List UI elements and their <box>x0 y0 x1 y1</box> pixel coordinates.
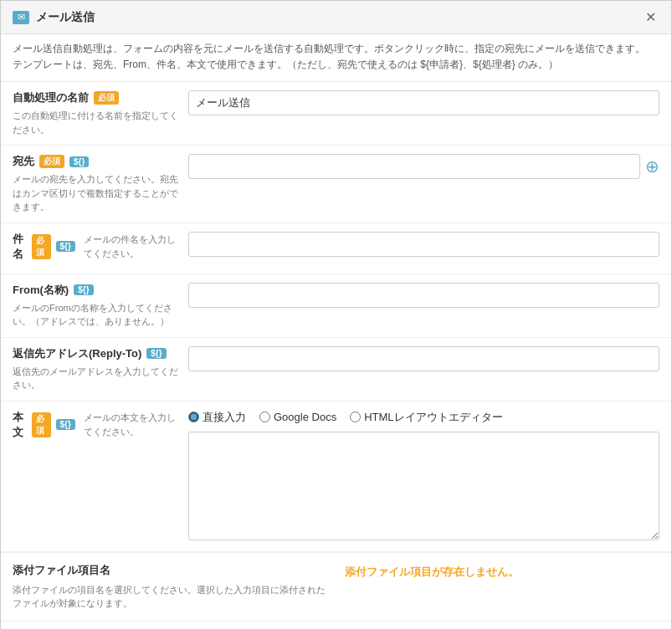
add-circle-icon: ⊕ <box>645 157 659 176</box>
from-desc: メールのFromの名称を入力してください。（アドレスでは、ありません。） <box>13 301 178 329</box>
subject-required-badge: 必須 <box>32 234 51 259</box>
auto-process-label-main: 自動処理の名前 必須 <box>13 90 178 105</box>
mail-icon: ✉ <box>13 11 29 24</box>
auto-process-row: 自動処理の名前 必須 この自動処理に付ける名前を指定してください。 <box>1 82 671 146</box>
radio-google-text: Google Docs <box>274 411 336 423</box>
attachment-section: 添付ファイル項目名 添付ファイルの項目名を選択してください。選択した入力項目に添… <box>13 563 328 611</box>
body-var-badge: ${} <box>56 419 75 430</box>
body-radio-group: 直接入力 Google Docs HTMLレイアウトエディター <box>188 410 659 425</box>
reply-to-input-col <box>188 346 659 371</box>
attachment-title: 添付ファイル項目名 <box>13 563 328 578</box>
reply-to-label-col: 返信先アドレス(Reply-To) ${} 返信先のメールアドレスを入力してくだ… <box>13 346 188 392</box>
body-input-col: 直接入力 Google Docs HTMLレイアウトエディター <box>188 410 659 543</box>
from-var-badge: ${} <box>74 284 93 295</box>
reply-to-row: 返信先アドレス(Reply-To) ${} 返信先のメールアドレスを入力してくだ… <box>1 338 671 401</box>
addressee-label-main: 宛先 必須 ${} <box>13 154 178 169</box>
body-label-col: 本文 必須 ${} メールの本文を入力してください。 <box>13 410 188 443</box>
action-buttons-row: キャンセル OK <box>1 621 671 629</box>
radio-google-input[interactable] <box>259 412 270 422</box>
addressee-required-badge: 必須 <box>39 155 64 168</box>
auto-process-required-badge: 必須 <box>94 91 119 105</box>
subject-label-text: 件名 <box>13 232 27 262</box>
auto-process-input-col <box>188 90 659 115</box>
addressee-input-col: ⊕ <box>188 154 659 179</box>
body-row: 本文 必須 ${} メールの本文を入力してください。 直接入力 Google D… <box>1 401 671 552</box>
subject-label-col: 件名 必須 ${} メールの件名を入力してください。 <box>13 232 188 265</box>
subject-input[interactable] <box>188 232 659 257</box>
body-textarea[interactable] <box>188 432 659 540</box>
radio-html-label[interactable]: HTMLレイアウトエディター <box>350 410 502 425</box>
auto-process-label-col: 自動処理の名前 必須 この自動処理に付ける名前を指定してください。 <box>13 90 188 136</box>
attachment-desc: 添付ファイルの項目名を選択してください。選択した入力項目に添付されたファイルが対… <box>13 583 328 611</box>
reply-to-input[interactable] <box>188 346 659 371</box>
radio-html-input[interactable] <box>350 412 361 422</box>
subject-label-main: 件名 必須 ${} メールの件名を入力してください。 <box>13 232 178 262</box>
from-row: From(名称) ${} メールのFromの名称を入力してください。（アドレスで… <box>1 274 671 338</box>
body-inline-desc: メールの本文を入力してください。 <box>84 411 178 438</box>
reply-to-var-badge: ${} <box>146 348 166 359</box>
subject-input-col <box>188 232 659 257</box>
modal-description: メール送信自動処理は、フォームの内容を元にメールを送信する自動処理です。ボタンク… <box>1 34 671 82</box>
close-button[interactable]: ✕ <box>642 9 659 25</box>
from-label-main: From(名称) ${} <box>13 283 178 298</box>
addressee-add-button[interactable]: ⊕ <box>645 158 659 175</box>
from-label-col: From(名称) ${} メールのFromの名称を入力してください。（アドレスで… <box>13 283 188 329</box>
addressee-input-wrapper: ⊕ <box>188 154 659 179</box>
attachment-empty-col: 添付ファイル項目が存在しません。 <box>328 563 660 580</box>
description-line1: メール送信自動処理は、フォームの内容を元にメールを送信する自動処理です。ボタンク… <box>13 41 659 57</box>
reply-to-desc: 返信先のメールアドレスを入力してください。 <box>13 365 178 392</box>
subject-inline-desc: メールの件名を入力してください。 <box>84 233 178 260</box>
reply-to-label-main: 返信先アドレス(Reply-To) ${} <box>13 346 178 361</box>
reply-to-label-text: 返信先アドレス(Reply-To) <box>13 346 141 361</box>
auto-process-desc: この自動処理に付ける名前を指定してください。 <box>13 109 178 136</box>
radio-html-text: HTMLレイアウトエディター <box>364 410 502 425</box>
radio-direct-text: 直接入力 <box>203 410 246 425</box>
body-required-badge: 必須 <box>32 412 51 437</box>
subject-var-badge: ${} <box>56 241 75 252</box>
addressee-input[interactable] <box>188 154 640 179</box>
modal-title: メール送信 <box>36 10 95 25</box>
modal-container: ✉ メール送信 ✕ メール送信自動処理は、フォームの内容を元にメールを送信する自… <box>0 0 672 629</box>
addressee-label-col: 宛先 必須 ${} メールの宛先を入力してください。宛先はカンマ区切りで複数指定… <box>13 154 188 214</box>
addressee-desc: メールの宛先を入力してください。宛先はカンマ区切りで複数指定することができます。 <box>13 172 178 214</box>
from-label-text: From(名称) <box>13 283 69 298</box>
radio-direct-input[interactable] <box>188 412 199 422</box>
body-label-main: 本文 必須 ${} メールの本文を入力してください。 <box>13 410 178 440</box>
description-line2: テンプレートは、宛先、From、件名、本文で使用できます。（ただし、宛先で使える… <box>13 57 659 73</box>
attachment-empty-message: 添付ファイル項目が存在しません。 <box>345 565 519 578</box>
addressee-label-text: 宛先 <box>13 154 34 169</box>
addressee-var-badge: ${} <box>69 156 89 167</box>
modal-header-left: ✉ メール送信 <box>13 10 95 25</box>
radio-google-label[interactable]: Google Docs <box>259 411 336 423</box>
modal-header: ✉ メール送信 ✕ <box>1 1 671 34</box>
auto-process-label-text: 自動処理の名前 <box>13 90 89 105</box>
subject-row: 件名 必須 ${} メールの件名を入力してください。 <box>1 223 671 274</box>
from-input-col <box>188 283 659 308</box>
modal-footer: 添付ファイル項目名 添付ファイルの項目名を選択してください。選択した入力項目に添… <box>1 552 671 621</box>
addressee-row: 宛先 必須 ${} メールの宛先を入力してください。宛先はカンマ区切りで複数指定… <box>1 146 671 223</box>
auto-process-input[interactable] <box>188 90 659 115</box>
from-input[interactable] <box>188 283 659 308</box>
radio-direct-label[interactable]: 直接入力 <box>188 410 246 425</box>
body-label-text: 本文 <box>13 410 27 440</box>
